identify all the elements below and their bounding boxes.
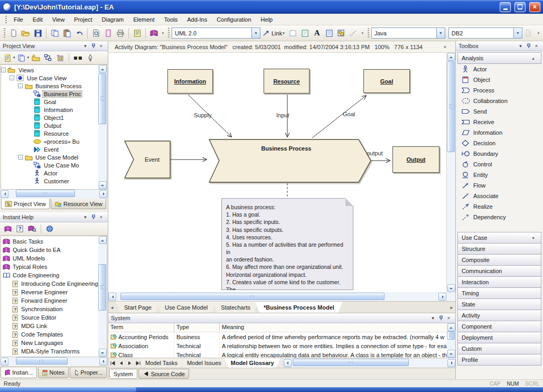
help-item[interactable]: ?Source Editor bbox=[2, 313, 98, 322]
toolbox-item-actor[interactable]: Actor bbox=[457, 64, 541, 74]
tree-item-object1[interactable]: Object1 bbox=[1, 114, 98, 122]
tab-model-issues[interactable]: Model Issues bbox=[181, 358, 228, 368]
tree-item-use-case-diagram[interactable]: Use Case Mo bbox=[1, 161, 98, 169]
help-item[interactable]: Typical Roles bbox=[2, 263, 98, 271]
toolbox-item-collaboration[interactable]: Collaboration bbox=[457, 96, 541, 106]
help-topic-icon[interactable]: ? bbox=[14, 223, 25, 234]
toolbox-section-interaction[interactable]: Interaction bbox=[457, 276, 541, 288]
menu-view[interactable]: View bbox=[48, 15, 70, 24]
toolbar-more-icon[interactable]: ▾ bbox=[536, 27, 541, 39]
help-item[interactable]: ?MDG Link bbox=[2, 322, 98, 330]
toolbox-section-use-case[interactable]: Use Case▾ bbox=[457, 232, 541, 244]
tree-item-business-process-diagram[interactable]: Business Proc bbox=[1, 90, 98, 98]
glossary-vscrollbar[interactable] bbox=[447, 323, 455, 358]
tree-item-resource[interactable]: Resource bbox=[1, 129, 98, 137]
tree-item-views[interactable]: -Views bbox=[1, 66, 98, 74]
toolbox-item-realize[interactable]: Realize bbox=[457, 201, 541, 212]
tab-source-code[interactable]: Source Code bbox=[138, 369, 189, 379]
toolbox-item-boundary[interactable]: Boundary bbox=[457, 148, 541, 159]
glossary-row[interactable]: Association Technical A relationship bet… bbox=[108, 341, 447, 350]
help-item[interactable]: Basic Tasks bbox=[2, 237, 98, 246]
project-tree-hscrollbar[interactable] bbox=[1, 190, 107, 198]
duplicate-dropdown-icon[interactable]: ▾ bbox=[27, 55, 30, 60]
expander-icon[interactable]: - bbox=[10, 76, 14, 80]
tab-model-glossary[interactable]: Model Glossary bbox=[224, 358, 280, 368]
menu-file[interactable]: File bbox=[9, 15, 28, 24]
help-book-icon[interactable] bbox=[2, 223, 13, 234]
tree-item-use-case-model[interactable]: -Use Case Model bbox=[1, 153, 98, 161]
toolbox-section-timing[interactable]: Timing bbox=[457, 287, 541, 299]
document-icon[interactable] bbox=[102, 27, 114, 39]
toolbox-item-receive[interactable]: Receive bbox=[457, 117, 541, 127]
instant-help-vscrollbar[interactable] bbox=[98, 236, 107, 357]
tab-use-case-model[interactable]: Use Case Model bbox=[156, 302, 216, 313]
boundary-tool-icon[interactable] bbox=[287, 27, 299, 39]
link-dropdown-icon[interactable]: ▾ bbox=[283, 31, 285, 35]
toolbox-item-entity[interactable]: Entity bbox=[457, 170, 541, 180]
toolbox-section-custom[interactable]: Custom bbox=[457, 343, 541, 354]
help-item[interactable]: Quick Guide to EA bbox=[2, 246, 98, 254]
note-element[interactable]: A business process: 1. Has a goal. 2. Ha… bbox=[221, 198, 353, 290]
diagram-close-icon[interactable]: × bbox=[441, 43, 449, 51]
expander-icon[interactable]: - bbox=[18, 155, 23, 160]
toolbox-item-send[interactable]: Send bbox=[457, 106, 541, 117]
menu-help[interactable]: Help bbox=[256, 15, 278, 24]
help-menu-icon[interactable]: ▾ bbox=[81, 213, 89, 221]
tab-project-view[interactable]: Project View bbox=[1, 199, 50, 209]
toolbox-item-flow[interactable]: Flow bbox=[457, 180, 541, 191]
notes-icon[interactable] bbox=[131, 27, 143, 39]
help-pin-icon[interactable] bbox=[89, 213, 97, 221]
diagram-toolbar-overflow-icon[interactable]: ▾ bbox=[360, 27, 366, 39]
toolbox-menu-icon[interactable]: ▾ bbox=[517, 42, 525, 50]
project-close-icon[interactable]: × bbox=[97, 42, 105, 50]
tab-statecharts[interactable]: Statecharts bbox=[212, 302, 259, 313]
open-file-icon[interactable] bbox=[20, 27, 32, 39]
project-menu-icon[interactable]: ▾ bbox=[81, 42, 89, 50]
toolbox-item-process[interactable]: Process bbox=[457, 85, 541, 96]
search-help-icon[interactable] bbox=[26, 223, 38, 234]
glossary-row[interactable]: Accounting Periods Business A defined pe… bbox=[108, 332, 447, 341]
help-item[interactable]: UML Models bbox=[2, 254, 98, 263]
toolbox-item-associate[interactable]: Associate bbox=[457, 191, 541, 201]
system-hscrollbar[interactable] bbox=[284, 359, 455, 367]
restore-button[interactable] bbox=[514, 2, 526, 12]
tab-business-process-model[interactable]: *Business Process Model bbox=[255, 302, 343, 313]
menu-configuration[interactable]: Configuration bbox=[212, 15, 256, 24]
toolbox-item-control[interactable]: Control bbox=[457, 159, 541, 170]
duplicate-icon[interactable] bbox=[16, 52, 27, 63]
undo-icon[interactable] bbox=[73, 27, 85, 39]
information-node[interactable]: Information bbox=[167, 69, 213, 94]
expander-icon[interactable]: - bbox=[1, 68, 6, 72]
toolbox-section-communication[interactable]: Communication bbox=[457, 265, 541, 277]
new-diagram-icon[interactable] bbox=[42, 52, 53, 63]
tree-item-process[interactable]: «process» Bu bbox=[1, 137, 98, 145]
tab-model-tasks[interactable]: Model Tasks bbox=[139, 358, 184, 368]
new-file-icon[interactable] bbox=[7, 27, 20, 39]
toolbox-pin-icon[interactable] bbox=[525, 42, 532, 50]
database-combobox[interactable]: DB2 ▾ bbox=[448, 27, 522, 39]
diagram-canvas[interactable]: Information Resource Goal Output Event B… bbox=[108, 53, 446, 292]
project-tree-vscrollbar[interactable] bbox=[98, 65, 107, 189]
toolbar-overflow-icon[interactable]: ▾ bbox=[160, 27, 166, 39]
menu-tools[interactable]: Tools bbox=[160, 15, 183, 24]
minimize-button[interactable] bbox=[500, 2, 511, 12]
text-tool-icon[interactable]: A bbox=[311, 27, 323, 39]
tabs-scroll-left-icon[interactable]: ◂ bbox=[108, 302, 116, 313]
language-combobox[interactable]: Java ▾ bbox=[371, 27, 445, 39]
web-search-icon[interactable] bbox=[44, 223, 55, 234]
menu-element[interactable]: Element bbox=[128, 15, 159, 24]
tree-item-actor[interactable]: Actor bbox=[1, 169, 98, 177]
goal-node[interactable]: Goal bbox=[363, 69, 410, 93]
help-item[interactable]: ?Code Templates bbox=[2, 330, 98, 339]
help-book-icon[interactable] bbox=[148, 27, 160, 39]
canvas-vscrollbar[interactable] bbox=[446, 53, 455, 292]
toolbox-section-profile[interactable]: Profile bbox=[457, 354, 541, 366]
tree-item-information[interactable]: Information bbox=[1, 106, 98, 114]
tree-item-event[interactable]: Event bbox=[1, 145, 98, 153]
toolbox-section-structure[interactable]: Structure bbox=[457, 243, 541, 255]
help-item[interactable]: Code Engineering bbox=[2, 271, 98, 279]
save-icon[interactable] bbox=[32, 27, 44, 39]
language-combo-arrow-icon[interactable]: ▾ bbox=[436, 28, 445, 38]
tab-system[interactable]: System bbox=[109, 369, 137, 379]
help-item[interactable]: ?Reverse Engineer bbox=[2, 288, 98, 296]
